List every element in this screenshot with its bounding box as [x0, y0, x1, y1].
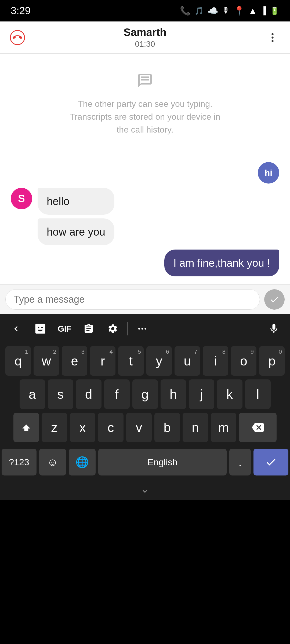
sent-avatar: hi — [258, 162, 279, 184]
keyboard-toolbar: GIF — [0, 314, 290, 343]
key-f[interactable]: f — [104, 379, 130, 409]
period-key[interactable]: . — [229, 449, 251, 475]
space-key[interactable]: English — [98, 449, 227, 475]
key-b[interactable]: b — [154, 413, 180, 442]
message-bubble-how-are-you: how are you — [38, 218, 114, 245]
more-options-button[interactable] — [263, 28, 282, 47]
chat-notice-text: The other party can see you typing. Tran… — [64, 97, 226, 136]
clipboard-button[interactable] — [78, 318, 99, 339]
check-icon — [265, 456, 277, 468]
svg-point-5 — [138, 328, 140, 330]
key-g[interactable]: g — [132, 379, 158, 409]
message-bubble-fine: I am fine,thank you ! — [164, 250, 279, 276]
keyboard-row-2: a s d f g h j k l — [2, 379, 288, 409]
gif-button[interactable]: GIF — [54, 318, 75, 339]
keyboard-row-3: z x c v b n m — [2, 413, 288, 442]
sticker-icon — [34, 323, 46, 335]
chat-header: Samarth 01:30 — [0, 21, 290, 54]
more-tools-button[interactable] — [132, 318, 153, 339]
settings-icon — [107, 323, 118, 334]
sticker-button[interactable] — [30, 318, 51, 339]
key-z[interactable]: z — [42, 413, 67, 442]
shift-key[interactable] — [13, 413, 39, 442]
battery-icon: 🔋 — [270, 6, 279, 15]
keyboard: 1q 2w 3e 4r 5t 6y 7u 8i 9o 0p a s d f g … — [0, 343, 290, 478]
key-x[interactable]: x — [70, 413, 95, 442]
backspace-icon — [252, 422, 264, 433]
key-q[interactable]: 1q — [5, 346, 31, 376]
key-e[interactable]: 3e — [62, 346, 87, 376]
send-button[interactable] — [264, 289, 285, 310]
key-r[interactable]: 4r — [90, 346, 115, 376]
contact-avatar: S — [11, 188, 32, 209]
mic-icon — [268, 323, 280, 335]
send-icon — [269, 294, 280, 305]
message-row: hi — [11, 162, 279, 184]
end-call-button[interactable] — [10, 30, 25, 45]
key-y[interactable]: 6y — [146, 346, 172, 376]
svg-rect-3 — [141, 79, 149, 80]
key-m[interactable]: m — [211, 413, 236, 442]
notice-icon — [137, 72, 153, 92]
clipboard-icon — [83, 323, 94, 334]
message-row: I am fine,thank you ! — [11, 250, 279, 276]
status-bar: 3:29 📞 🎵 ☁️ 🎙 📍 ▲ ▐ 🔋 — [0, 0, 290, 21]
messages-list: hi S hello how are you I am fine,thank y… — [11, 162, 279, 276]
chevron-left-icon — [11, 324, 21, 334]
mic-off-icon: 🎙 — [222, 6, 230, 15]
media-icon: 🎵 — [194, 6, 204, 15]
key-c[interactable]: c — [98, 413, 124, 442]
message-input[interactable] — [5, 289, 260, 310]
key-d[interactable]: d — [76, 379, 102, 409]
key-t[interactable]: 5t — [118, 346, 144, 376]
key-a[interactable]: a — [20, 379, 45, 409]
key-v[interactable]: v — [126, 413, 152, 442]
enter-key[interactable] — [253, 449, 288, 475]
key-h[interactable]: h — [161, 379, 186, 409]
contact-info: Samarth 01:30 — [27, 26, 263, 49]
wifi-icon: ▲ — [248, 6, 257, 16]
chat-area: The other party can see you typing. Tran… — [0, 54, 290, 284]
svg-point-6 — [142, 328, 143, 330]
received-bubbles: hello how are you — [38, 188, 114, 245]
key-u[interactable]: 7u — [175, 346, 200, 376]
key-j[interactable]: j — [189, 379, 214, 409]
key-p[interactable]: 0p — [259, 346, 285, 376]
phone-hangup-icon — [13, 33, 22, 42]
backspace-key[interactable] — [239, 413, 277, 442]
chevron-down-icon: ⌄ — [140, 483, 150, 495]
more-horiz-icon — [137, 323, 148, 334]
svg-rect-4 — [141, 76, 149, 78]
call-duration: 01:30 — [27, 39, 263, 49]
svg-point-1 — [271, 36, 273, 38]
num-key[interactable]: ?123 — [2, 449, 37, 475]
chat-notice: The other party can see you typing. Tran… — [11, 72, 279, 136]
emoji-key[interactable]: ☺ — [39, 449, 66, 475]
voice-input-button[interactable] — [263, 318, 285, 339]
cloud-icon: ☁️ — [208, 6, 218, 16]
key-n[interactable]: n — [183, 413, 208, 442]
key-i[interactable]: 8i — [203, 346, 228, 376]
toolbar-divider — [127, 322, 128, 335]
key-w[interactable]: 2w — [34, 346, 59, 376]
svg-point-0 — [271, 33, 273, 35]
swipe-bar[interactable]: ⌄ — [0, 478, 290, 500]
back-button[interactable] — [8, 28, 27, 47]
settings-button[interactable] — [102, 318, 124, 339]
key-s[interactable]: s — [48, 379, 73, 409]
status-icons: 📞 🎵 ☁️ 🎙 📍 ▲ ▐ 🔋 — [180, 6, 279, 16]
contact-name: Samarth — [27, 26, 263, 38]
globe-key[interactable]: 🌐 — [69, 449, 96, 475]
location-icon: 📍 — [234, 6, 245, 16]
svg-point-2 — [271, 40, 273, 42]
key-o[interactable]: 9o — [231, 346, 256, 376]
transcript-icon — [137, 72, 153, 89]
svg-point-7 — [144, 328, 146, 330]
more-vert-icon — [267, 32, 278, 43]
key-k[interactable]: k — [217, 379, 242, 409]
keyboard-row-1: 1q 2w 3e 4r 5t 6y 7u 8i 9o 0p — [2, 346, 288, 376]
key-l[interactable]: l — [245, 379, 271, 409]
input-area — [0, 284, 290, 314]
keyboard-back-button[interactable] — [5, 318, 27, 339]
message-row: S hello how are you — [11, 188, 279, 245]
